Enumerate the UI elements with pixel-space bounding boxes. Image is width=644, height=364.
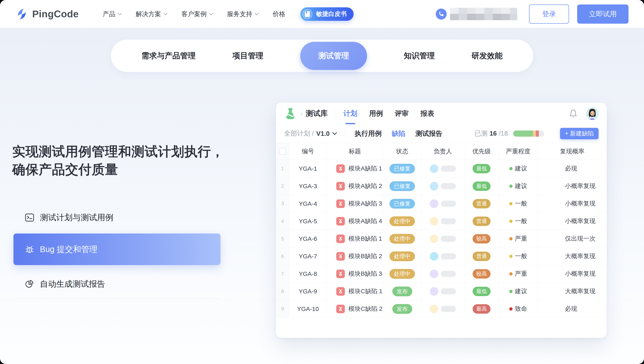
assignee-cell: [422, 248, 464, 265]
redacted-phone-number: [450, 8, 517, 21]
column-header: 负责人: [422, 143, 464, 160]
severity-cell: 致命: [499, 300, 538, 317]
bell-icon[interactable]: [569, 109, 577, 118]
assignee-name-placeholder: [441, 201, 456, 207]
status-cell: 发布: [383, 283, 422, 300]
table-row[interactable]: 5YGA-6模块B缺陷 1处理中较高严重仅出现一次: [276, 230, 607, 248]
severity-cell: 严重: [499, 265, 538, 282]
assignee-name-placeholder: [441, 218, 456, 224]
assignee-cell: [422, 265, 464, 282]
table-row[interactable]: 1YGA-1模块A缺陷 1已修复最低建议必现: [276, 160, 607, 177]
progress-bar: [513, 131, 544, 137]
app-header: › 测试库 计划 用例 评审 报表: [276, 103, 607, 124]
defect-title-cell: 模块A缺陷 2: [327, 177, 383, 195]
defect-id: YGA-10: [290, 300, 327, 317]
navbar: PingCode 产品 解决方案 客户案例 服务支持 价格: [0, 0, 644, 28]
app-tab-reports[interactable]: 报表: [420, 103, 434, 124]
phone-contact: [436, 8, 517, 21]
app-tab-plan[interactable]: 计划: [344, 103, 357, 124]
feature-test-reports[interactable]: 自动生成测试报告: [14, 274, 220, 293]
table-row[interactable]: 7YGA-8模块B缺陷 3处理中较高严重小概率复现: [276, 265, 607, 283]
column-header: 标题: [327, 143, 383, 160]
probability-cell: 小概率复现: [538, 195, 607, 212]
select-all-checkbox[interactable]: [279, 148, 286, 155]
feature-test-plans[interactable]: 测试计划与测试用例: [14, 208, 220, 227]
status-badge: 处理中: [390, 234, 415, 244]
table-row[interactable]: 3YGA-4模块A缺陷 3已修复普通一般小概率复现: [276, 195, 607, 212]
severity-dot: [509, 185, 512, 188]
table-row[interactable]: 4YGA-5模块A缺陷 4处理中普通一般小概率复现: [276, 212, 607, 230]
status-badge: 已修复: [390, 199, 415, 209]
toolbar-right: 已测 16 /18 + 新建缺陷: [474, 128, 598, 139]
tab-knowledge[interactable]: 知识管理: [404, 51, 435, 61]
assignee-avatar: [430, 287, 438, 296]
probability-cell: 必现: [538, 160, 607, 177]
nav-item-support[interactable]: 服务支持: [227, 10, 259, 18]
column-header: 严重程度: [499, 143, 538, 160]
pingcode-logo[interactable]: PingCode: [16, 8, 79, 21]
nav-item-products[interactable]: 产品: [103, 10, 122, 18]
tab-requirements[interactable]: 需求与产品管理: [142, 51, 196, 61]
header-checkbox-cell: [276, 143, 290, 160]
defect-title: 模块A缺陷 2: [348, 182, 382, 190]
severity-label: 严重: [515, 234, 527, 243]
view-test-report[interactable]: 测试报告: [416, 129, 442, 138]
assignee-avatar: [430, 199, 438, 208]
view-execute-cases[interactable]: 执行用例: [355, 129, 382, 138]
table-row[interactable]: 2YGA-3模块A缺陷 2已修复最低建议小概率复现: [276, 177, 607, 195]
try-now-button[interactable]: 立即试用: [577, 5, 628, 24]
severity-label: 严重: [515, 270, 527, 278]
assignee-cell: [422, 300, 464, 317]
assignee-avatar: [430, 182, 438, 190]
priority-cell: 最低: [464, 160, 499, 177]
assignee-avatar: [430, 305, 438, 313]
assignee-name-placeholder: [441, 271, 456, 277]
severity-label: 建议: [515, 287, 527, 295]
status-cell: 处理中: [383, 265, 422, 282]
login-button[interactable]: 登录: [529, 5, 569, 24]
assignee-avatar: [430, 270, 438, 278]
status-cell: 已修复: [383, 160, 422, 177]
tab-testing[interactable]: 测试管理: [300, 42, 367, 70]
divider: [336, 109, 336, 118]
app-tab-review[interactable]: 评审: [395, 103, 408, 124]
tab-projects[interactable]: 项目管理: [232, 51, 264, 61]
test-library-icon: [284, 107, 297, 120]
tab-efficiency[interactable]: 研发效能: [472, 51, 502, 61]
table-row[interactable]: 6YGA-7模块B缺陷 2处理中普通一般大概率复现: [276, 248, 607, 265]
status-badge: 已修复: [390, 164, 415, 174]
chevron-down-icon: [332, 132, 337, 135]
avatar[interactable]: [586, 107, 598, 120]
bug-icon: [336, 270, 345, 278]
nav-item-solutions[interactable]: 解决方案: [136, 10, 168, 18]
nav-item-customers[interactable]: 客户案例: [182, 10, 213, 18]
view-defects[interactable]: 缺陷: [392, 129, 405, 138]
status-cell: 发布: [383, 300, 422, 317]
app-tabs: 计划 用例 评审 报表: [344, 103, 434, 124]
priority-cell: 普通: [464, 195, 499, 212]
column-header: 编号: [290, 143, 327, 160]
nav-item-pricing[interactable]: 价格: [273, 10, 285, 18]
plan-selector[interactable]: 全部计划 / V1.0: [284, 129, 337, 138]
probability-cell: 小概率复现: [538, 212, 607, 230]
table-row[interactable]: 9YGA-10模块C缺陷 2发布最高致命必现: [276, 300, 607, 318]
app-tab-cases[interactable]: 用例: [369, 103, 383, 124]
priority-cell: 最高: [464, 300, 499, 317]
pie-chart-icon: [25, 279, 34, 288]
defect-title-cell: 模块A缺陷 1: [327, 160, 383, 177]
probability-cell: 必现: [538, 300, 607, 317]
severity-dot: [509, 220, 512, 223]
priority-badge: 最低: [472, 287, 490, 296]
defect-title: 模块A缺陷 3: [348, 199, 382, 208]
severity-dot: [509, 307, 512, 310]
assignee-cell: [422, 195, 464, 212]
feature-bug-management[interactable]: Bug 提交和管理: [14, 233, 220, 265]
table-row[interactable]: 8YGA-9模块C缺陷 1发布最低建议大概率复现: [276, 283, 607, 300]
assignee-avatar: [430, 234, 438, 243]
assignee-name-placeholder: [441, 166, 456, 172]
new-defect-button[interactable]: + 新建缺陷: [560, 128, 598, 139]
priority-cell: 最低: [464, 283, 499, 300]
defect-id: YGA-9: [290, 283, 327, 300]
whitepaper-badge[interactable]: 敏捷白皮书: [300, 7, 354, 21]
bug-icon: [336, 305, 345, 313]
